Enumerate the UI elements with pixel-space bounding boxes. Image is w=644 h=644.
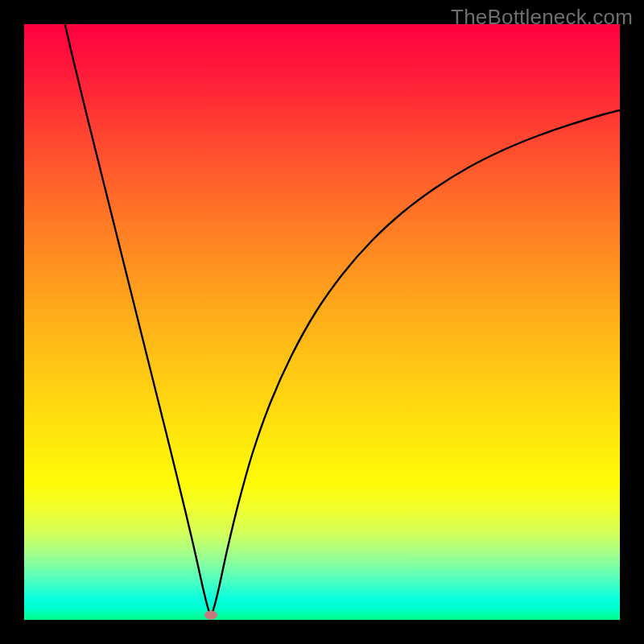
bottleneck-curve: [61, 24, 620, 615]
plot-area: [24, 24, 620, 620]
minimum-marker: [204, 611, 217, 620]
curve-svg: [24, 24, 620, 620]
chart-frame: TheBottleneck.com: [0, 0, 644, 644]
